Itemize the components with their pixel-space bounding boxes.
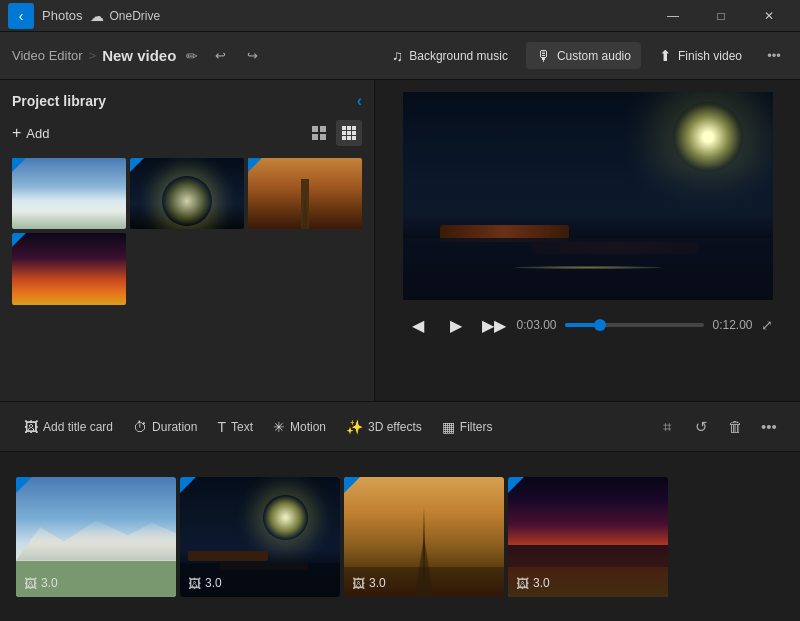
back-button[interactable]: ‹ [8,3,34,29]
duration-button[interactable]: ⏱ Duration [125,414,205,440]
end-time: 0:12.00 [712,318,752,332]
custom-audio-label: Custom audio [557,49,631,63]
svg-rect-8 [347,131,351,135]
more-timeline-button[interactable]: ••• [754,412,784,442]
seek-thumb[interactable] [594,319,606,331]
duration-value: 3.0 [369,576,386,590]
next-frame-button[interactable]: ▶▶ [479,310,509,340]
redo-button[interactable]: ↪ [238,42,266,70]
rotate-button[interactable]: ↺ [686,412,716,442]
add-label: Add [26,126,49,141]
plus-icon: + [12,124,21,142]
media-thumbnail[interactable] [248,158,362,229]
motion-label: Motion [290,420,326,434]
app-body: Project library ‹ + Add [0,80,800,621]
clip-corner-indicator [16,477,32,493]
playback-controls: ◀ ▶ ▶▶ 0:03.00 0:12.00 ⤢ [403,310,773,340]
video-preview-player [403,92,773,300]
duration-value: 3.0 [41,576,58,590]
add-media-button[interactable]: + Add [12,124,49,142]
finish-video-button[interactable]: ⬆ Finish video [649,42,752,70]
current-time: 0:03.00 [517,318,557,332]
close-button[interactable]: ✕ [746,0,792,32]
timeline-area: 🖼 Add title card ⏱ Duration T Text ✳ Mot… [0,401,800,621]
export-icon: ⬆ [659,47,672,65]
clip-duration: 🖼 3.0 [24,576,58,591]
media-thumbnail[interactable] [12,233,126,304]
text-button[interactable]: T Text [209,414,261,440]
breadcrumb-current: New video [102,47,176,64]
motion-button[interactable]: ✳ Motion [265,414,334,440]
duration-value: 3.0 [205,576,222,590]
seek-bar[interactable] [565,323,705,327]
undo-redo-controls: ↩ ↪ [206,42,266,70]
delete-button[interactable]: 🗑 [720,412,750,442]
main-toolbar: Video Editor > New video ✏ ↩ ↪ ♫ Backgro… [0,32,800,80]
clip-duration: 🖼 3.0 [188,576,222,591]
filters-icon: ▦ [442,419,455,435]
finish-video-label: Finish video [678,49,742,63]
clip-corner-indicator [508,477,524,493]
svg-rect-4 [342,126,346,130]
media-thumbnail[interactable] [130,158,244,229]
svg-rect-11 [347,136,351,140]
maximize-button[interactable]: □ [698,0,744,32]
motion-icon: ✳ [273,419,285,435]
3d-effects-button[interactable]: ✨ 3D effects [338,414,430,440]
small-grid-view-button[interactable] [336,120,362,146]
svg-rect-1 [320,126,326,132]
thumb-corner-indicator [12,158,26,172]
thumb-corner-indicator [130,158,144,172]
fullscreen-button[interactable]: ⤢ [761,317,773,333]
audio-icon: 🎙 [536,47,551,64]
video-preview-area: ◀ ▶ ▶▶ 0:03.00 0:12.00 ⤢ [375,80,800,401]
filters-button[interactable]: ▦ Filters [434,414,501,440]
svg-rect-2 [312,134,318,140]
view-toggle-buttons [306,120,362,146]
undo-button[interactable]: ↩ [206,42,234,70]
music-icon: ♫ [392,47,403,64]
media-grid [12,158,362,305]
film-strip-item[interactable]: 🖼 3.0 [508,477,668,597]
crop-button[interactable]: ⌗ [652,412,682,442]
duration-icon: ⏱ [133,419,147,435]
preview-scene [403,92,773,300]
film-strip-item[interactable]: 🖼 3.0 [180,477,340,597]
timeline-toolbar: 🖼 Add title card ⏱ Duration T Text ✳ Mot… [0,402,800,452]
background-music-button[interactable]: ♫ Background music [382,42,518,69]
title-bar: ‹ Photos ☁ OneDrive — □ ✕ [0,0,800,32]
svg-rect-6 [352,126,356,130]
add-title-card-button[interactable]: 🖼 Add title card [16,414,121,440]
more-options-button[interactable]: ••• [760,42,788,70]
effects-icon: ✨ [346,419,363,435]
minimize-button[interactable]: — [650,0,696,32]
grid-view-button[interactable] [306,120,332,146]
svg-rect-10 [342,136,346,140]
play-button[interactable]: ▶ [441,310,471,340]
duration-label: Duration [152,420,197,434]
image-icon: 🖼 [24,576,37,591]
custom-audio-button[interactable]: 🎙 Custom audio [526,42,641,69]
image-icon: 🖼 [188,576,201,591]
title-card-icon: 🖼 [24,419,38,435]
window-controls: — □ ✕ [650,0,792,32]
media-thumbnail[interactable] [12,158,126,229]
content-area: Project library ‹ + Add [0,80,800,401]
image-icon: 🖼 [516,576,529,591]
breadcrumb-separator: > [89,48,97,63]
duration-value: 3.0 [533,576,550,590]
clip-duration: 🖼 3.0 [516,576,550,591]
title-bar-left: ‹ Photos ☁ OneDrive [8,3,160,29]
svg-rect-5 [347,126,351,130]
filters-label: Filters [460,420,493,434]
edit-title-icon[interactable]: ✏ [186,48,198,64]
thumb-corner-indicator [248,158,262,172]
play-icon: ▶ [450,316,462,335]
thumb-corner-indicator [12,233,26,247]
previous-frame-button[interactable]: ◀ [403,310,433,340]
svg-rect-3 [320,134,326,140]
text-icon: T [217,419,226,435]
film-strip-item[interactable]: 🖼 3.0 [344,477,504,597]
film-strip-item[interactable]: 🖼 3.0 [16,477,176,597]
collapse-sidebar-button[interactable]: ‹ [357,92,362,110]
